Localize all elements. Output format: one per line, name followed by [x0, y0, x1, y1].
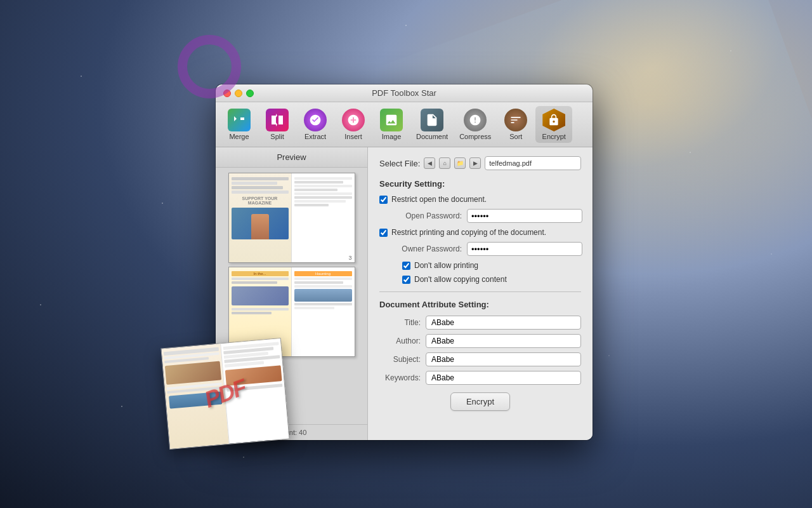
file-path-display[interactable]: telfedmag.pdf	[485, 156, 581, 170]
insert-icon	[342, 109, 365, 131]
split-icon	[266, 109, 289, 131]
settings-panel: Select File: ◀ ⌂ 📁 ▶ telfedmag.pdf Secur…	[368, 147, 593, 440]
purple-ring-decoration	[178, 35, 241, 98]
toolbar-split-button[interactable]: Split	[259, 106, 296, 143]
toolbar-image-button[interactable]: Image	[373, 106, 410, 143]
title-attr-row: Title:	[379, 316, 581, 330]
restrict-print-copy-label[interactable]: Restrict printing and copying of the doc…	[391, 228, 546, 237]
toolbar-document-button[interactable]: Document	[411, 106, 453, 143]
toolbar-encrypt-button[interactable]: Encrypt	[535, 106, 572, 143]
owner-password-row: Owner Password:	[379, 242, 581, 256]
file-selector-row: Select File: ◀ ⌂ 📁 ▶ telfedmag.pdf	[379, 156, 581, 170]
open-password-input[interactable]	[467, 209, 582, 223]
merge-label: Merge	[229, 133, 249, 140]
document-label: Document	[416, 133, 448, 140]
keywords-attr-row: Keywords:	[379, 371, 581, 385]
maximize-button[interactable]	[246, 90, 254, 97]
doc-attrs-section-title: Document Attribute Setting:	[379, 300, 581, 309]
author-attr-row: Author:	[379, 334, 581, 348]
restrict-open-checkbox[interactable]	[379, 196, 388, 204]
pdf-thumbnail: PDF	[160, 338, 289, 450]
toolbar-merge-button[interactable]: Merge	[221, 106, 258, 143]
document-icon	[421, 109, 443, 131]
toolbar-compress-button[interactable]: Compress	[454, 106, 496, 143]
subject-attr-input[interactable]	[426, 352, 581, 366]
file-nav-back[interactable]: ◀	[424, 157, 435, 169]
no-printing-label[interactable]: Don't allow printing	[414, 261, 478, 270]
keywords-attr-label: Keywords:	[379, 373, 421, 382]
image-icon	[380, 109, 403, 131]
file-nav-forward[interactable]: ▶	[469, 157, 481, 169]
encrypt-icon	[542, 109, 565, 131]
file-nav-home[interactable]: ⌂	[439, 157, 450, 169]
author-attr-label: Author:	[379, 337, 421, 345]
keywords-attr-input[interactable]	[426, 371, 581, 385]
restrict-print-copy-row: Restrict printing and copying of the doc…	[379, 228, 581, 237]
toolbar-extract-button[interactable]: Extract	[297, 106, 334, 143]
preview-title: Preview	[216, 147, 367, 168]
split-label: Split	[270, 133, 284, 140]
section-divider	[379, 291, 581, 292]
restrict-open-row: Restrict open the document.	[379, 195, 581, 204]
restrict-open-label[interactable]: Restrict open the document.	[391, 195, 487, 204]
no-copying-checkbox[interactable]	[402, 276, 410, 284]
open-password-row: Open Password:	[379, 209, 581, 223]
title-bar: PDF Toolbox Star	[216, 84, 593, 102]
file-nav-folder[interactable]: 📁	[454, 157, 466, 169]
page-number-1: 3	[348, 255, 351, 261]
toolbar-insert-button[interactable]: Insert	[335, 106, 372, 143]
no-copying-label[interactable]: Don't allow copying content	[414, 275, 507, 284]
filename-text: telfedmag.pdf	[489, 159, 532, 167]
no-printing-checkbox[interactable]	[402, 262, 410, 270]
toolbar: Merge Split Extract	[216, 102, 593, 147]
security-section-title: Security Setting:	[379, 179, 581, 189]
minimize-button[interactable]	[235, 90, 242, 97]
file-selector-label: Select File:	[379, 159, 420, 168]
restrict-print-copy-checkbox[interactable]	[379, 229, 388, 237]
encrypt-label: Encrypt	[542, 133, 566, 140]
compress-icon	[464, 109, 487, 131]
compress-label: Compress	[459, 133, 491, 140]
no-copying-row: Don't allow copying content	[379, 275, 581, 284]
toolbar-sort-button[interactable]: Sort	[497, 106, 534, 143]
subject-attr-label: Subject:	[379, 355, 421, 364]
no-printing-row: Don't allow printing	[379, 261, 581, 270]
owner-password-input[interactable]	[467, 242, 582, 256]
merge-icon	[228, 109, 251, 131]
extract-label: Extract	[304, 133, 326, 140]
window-title: PDF Toolbox Star	[372, 88, 436, 98]
title-attr-label: Title:	[379, 318, 421, 327]
subject-attr-row: Subject:	[379, 352, 581, 366]
sort-label: Sort	[509, 133, 522, 140]
owner-password-label: Owner Password:	[392, 244, 462, 253]
page-thumbnail-1[interactable]: SUPPORT YOUR MAGAZINE	[228, 173, 355, 263]
title-attr-input[interactable]	[426, 316, 581, 330]
sort-icon	[504, 109, 527, 131]
open-password-label: Open Password:	[392, 211, 462, 220]
extract-icon	[304, 109, 327, 131]
image-label: Image	[382, 133, 402, 140]
encrypt-button[interactable]: Encrypt	[450, 392, 510, 411]
insert-label: Insert	[344, 133, 362, 140]
author-attr-input[interactable]	[426, 334, 581, 348]
